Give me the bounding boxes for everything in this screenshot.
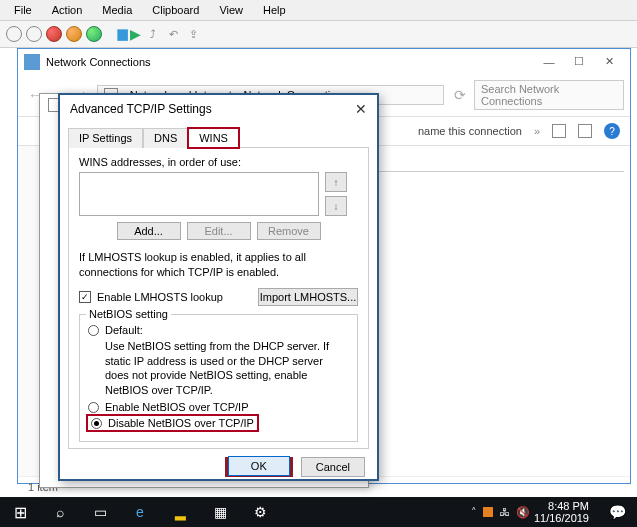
netbios-disable-label: Disable NetBIOS over TCP/IP (108, 417, 254, 429)
enable-lmhosts-checkbox[interactable]: ✓ (79, 291, 91, 303)
menu-view[interactable]: View (211, 2, 251, 18)
tray-volume-icon[interactable]: 🔇 (516, 506, 530, 519)
netbios-enable-radio[interactable] (88, 402, 99, 413)
help-icon[interactable]: ? (604, 123, 620, 139)
adv-titlebar: Advanced TCP/IP Settings ✕ (60, 95, 377, 123)
explorer-title: Network Connections (46, 56, 151, 68)
wins-remove-button: Remove (257, 222, 321, 240)
settings-icon[interactable]: ⚙ (240, 497, 280, 527)
vm-btn-1-icon[interactable] (6, 26, 22, 42)
clock-date: 11/16/2019 (534, 512, 589, 524)
tray-shield-icon[interactable] (483, 507, 493, 517)
vm-revert-icon[interactable]: ↶ (165, 26, 181, 42)
ok-highlight: OK (225, 457, 293, 477)
netbios-legend: NetBIOS setting (86, 308, 171, 320)
toolbar-rename[interactable]: name this connection (418, 125, 522, 137)
menu-action[interactable]: Action (44, 2, 91, 18)
netbios-default-label: Default: (105, 324, 143, 336)
vm-menubar: File Action Media Clipboard View Help (0, 0, 637, 21)
network-connections-icon (24, 54, 40, 70)
wins-add-button[interactable]: Add... (117, 222, 181, 240)
taskbar-clock[interactable]: 8:48 PM 11/16/2019 (534, 500, 597, 524)
tray-network-icon[interactable]: 🖧 (499, 506, 510, 518)
cancel-button[interactable]: Cancel (301, 457, 365, 477)
vm-btn-2-icon[interactable] (26, 26, 42, 42)
server-manager-icon[interactable]: ▦ (200, 497, 240, 527)
lmhosts-help-text: If LMHOSTS lookup is enabled, it applies… (79, 250, 358, 280)
vm-play-icon[interactable]: ▶ (130, 26, 141, 42)
explorer-titlebar: Network Connections — ☐ ✕ (18, 49, 630, 74)
close-button[interactable]: ✕ (594, 53, 624, 70)
vm-start-icon[interactable] (86, 26, 102, 42)
netbios-fieldset: NetBIOS setting Default: Use NetBIOS set… (79, 314, 358, 442)
netbios-enable-label: Enable NetBIOS over TCP/IP (105, 401, 248, 413)
menu-media[interactable]: Media (94, 2, 140, 18)
system-tray[interactable]: ˄ 🖧 🔇 (471, 506, 534, 519)
start-button[interactable]: ⊞ (0, 497, 40, 527)
notifications-icon[interactable]: 💬 (597, 497, 637, 527)
vm-share-icon[interactable]: ⇪ (185, 26, 201, 42)
vm-snapshot-icon[interactable]: ⤴ (145, 26, 161, 42)
tab-ip-settings[interactable]: IP Settings (68, 128, 143, 148)
vm-toolbar: ▮▮ ▶ ⤴ ↶ ⇪ (0, 21, 637, 48)
menu-clipboard[interactable]: Clipboard (144, 2, 207, 18)
vm-pause2-icon[interactable]: ▮▮ (116, 25, 126, 43)
maximize-button[interactable]: ☐ (564, 53, 594, 70)
import-lmhosts-button[interactable]: Import LMHOSTS... (258, 288, 358, 306)
adv-title-text: Advanced TCP/IP Settings (70, 102, 355, 116)
wins-move-up-button[interactable]: ↑ (325, 172, 347, 192)
adv-wins-panel: WINS addresses, in order of use: ↑ ↓ Add… (68, 147, 369, 449)
netbios-default-radio[interactable] (88, 325, 99, 336)
vm-stop-icon[interactable] (46, 26, 62, 42)
menu-help[interactable]: Help (255, 2, 294, 18)
minimize-button[interactable]: — (534, 54, 564, 70)
tray-chevron-icon[interactable]: ˄ (471, 506, 477, 519)
layout-icon[interactable] (578, 124, 592, 138)
netbios-disable-radio[interactable] (91, 418, 102, 429)
vm-pause-icon[interactable] (66, 26, 82, 42)
refresh-icon[interactable]: ⟳ (450, 87, 470, 103)
wins-move-down-button[interactable]: ↓ (325, 196, 347, 216)
clock-time: 8:48 PM (534, 500, 589, 512)
advanced-tcpip-dialog: Advanced TCP/IP Settings ✕ IP Settings D… (58, 93, 379, 481)
adv-close-button[interactable]: ✕ (355, 101, 367, 117)
search-taskbar-icon[interactable]: ⌕ (40, 497, 80, 527)
tab-wins[interactable]: WINS (188, 128, 239, 148)
enable-lmhosts-label: Enable LMHOSTS lookup (97, 291, 223, 303)
adv-tabs: IP Settings DNS WINS (60, 123, 377, 147)
search-input[interactable]: Search Network Connections (474, 80, 624, 110)
view-icon[interactable] (552, 124, 566, 138)
wins-address-listbox[interactable] (79, 172, 319, 216)
menu-file[interactable]: File (6, 2, 40, 18)
ok-button[interactable]: OK (228, 456, 290, 476)
task-view-icon[interactable]: ▭ (80, 497, 120, 527)
file-explorer-icon[interactable]: ▂ (160, 497, 200, 527)
tab-dns[interactable]: DNS (143, 128, 188, 148)
netbios-default-help: Use NetBIOS setting from the DHCP server… (105, 339, 349, 398)
ie-icon[interactable]: e (120, 497, 160, 527)
taskbar: ⊞ ⌕ ▭ e ▂ ▦ ⚙ ˄ 🖧 🔇 8:48 PM 11/16/2019 💬 (0, 497, 637, 527)
wins-edit-button: Edit... (187, 222, 251, 240)
wins-addresses-label: WINS addresses, in order of use: (79, 156, 358, 168)
